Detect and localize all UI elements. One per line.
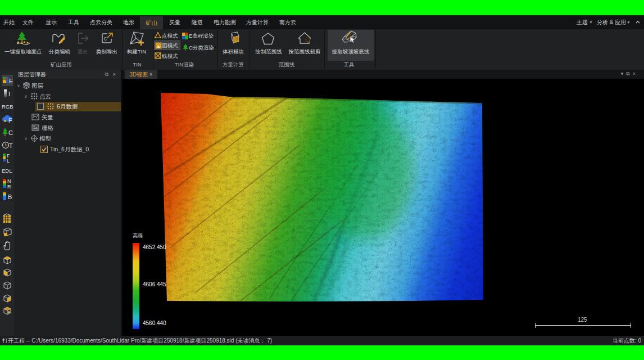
svg-text:C: C	[8, 129, 13, 136]
svg-text:4606.445: 4606.445	[143, 281, 166, 287]
svg-text:B: B	[8, 194, 12, 200]
svg-text:高程: 高程	[133, 233, 143, 238]
svg-text:4652.450: 4652.450	[143, 244, 166, 250]
svg-text:RGB: RGB	[2, 104, 13, 110]
svg-text:c: c	[104, 35, 107, 42]
svg-text:F: F	[8, 117, 12, 124]
svg-text:4560.440: 4560.440	[143, 320, 166, 326]
svg-text:125: 125	[578, 317, 587, 323]
svg-text:E: E	[9, 78, 13, 84]
svg-text:T: T	[9, 142, 13, 149]
svg-text:R: R	[7, 184, 11, 189]
svg-text:L: L	[7, 158, 10, 163]
svg-text:EDL: EDL	[2, 168, 12, 174]
svg-text:I: I	[8, 91, 10, 97]
svg-text:N: N	[7, 178, 11, 184]
